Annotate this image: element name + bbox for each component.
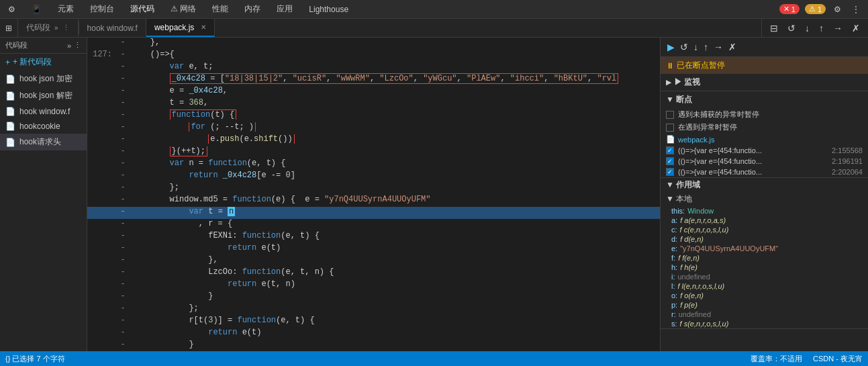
device-toggle-btn[interactable]: 📱	[29, 5, 44, 14]
deactivate-bp-btn[interactable]: ✗	[727, 40, 738, 54]
bp-text-0: (()=>{var e={454:functio...	[678, 146, 828, 154]
snippets-menu-icon[interactable]: ⋮	[62, 24, 70, 32]
line-dash: -	[117, 74, 128, 86]
code-row: - fEXNi: function(e, t) {	[87, 231, 660, 243]
tab-elements[interactable]: 元素	[55, 3, 77, 15]
bp-checkbox-exception[interactable]	[666, 124, 674, 132]
top-toolbar: ⚙ 📱 元素 控制台 源代码 ⚠ 网络 性能 内存 应用 Lighthouse …	[0, 0, 868, 19]
bp-check-mark-2: ✓	[667, 169, 673, 175]
bp-check-0[interactable]: ✓	[666, 146, 674, 154]
bp-check-1[interactable]: ✓	[666, 157, 674, 165]
more-btn[interactable]: ⋮	[849, 5, 863, 14]
bp-text-1: (()=>{var e={454:functio...	[678, 157, 828, 165]
tab-network[interactable]: ⚠ 网络	[168, 3, 199, 15]
webpack-js-close-icon[interactable]: ✕	[201, 24, 206, 31]
scope-key-s: s:	[671, 320, 677, 328]
file-icon-hook-window-f: 📄	[5, 107, 15, 116]
line-content: var e, t;	[128, 62, 660, 74]
tab-snippets[interactable]: 代码段 » ⋮	[18, 19, 79, 37]
status-bar: {} 已选择 7 个字符 覆盖率：不适用 CSDN - 夜无宵	[0, 351, 868, 366]
bp-item-1[interactable]: ✓ (()=>{var e={454:functio... 2:196191	[661, 156, 868, 167]
step-in-btn[interactable]: →	[830, 21, 845, 35]
line-number	[87, 243, 117, 255]
file-icon-hook-json-enc: 📄	[5, 75, 15, 84]
step-over-btn[interactable]: ↺	[679, 40, 689, 54]
breakpoints-header[interactable]: ▼ 断点	[661, 91, 868, 108]
tab-lighthouse[interactable]: Lighthouse	[306, 5, 351, 14]
scope-val-h: f h(e)	[680, 263, 697, 271]
tab-sources[interactable]: 源代码	[128, 3, 157, 15]
bp-item-0[interactable]: ✓ (()=>{var e={454:functio... 2:155568	[661, 145, 868, 156]
step-up-btn[interactable]: ↑	[816, 21, 826, 35]
tab-performance[interactable]: 性能	[209, 3, 231, 15]
line-content: };	[128, 304, 660, 316]
snippets-more-icon[interactable]: »	[54, 24, 58, 32]
scope-header[interactable]: ▼ 作用域	[661, 178, 868, 192]
file-icon-hookcookie: 📄	[5, 122, 15, 131]
line-content: }	[128, 291, 660, 304]
line-number	[87, 38, 117, 50]
code-row: - };	[87, 183, 660, 195]
tab-application[interactable]: 应用	[274, 3, 295, 15]
paused-icon: ⏸	[666, 61, 674, 71]
sidebar-toggle-btn[interactable]: ⊞	[0, 19, 18, 37]
code-row-highlighted: - var t = n	[87, 207, 660, 219]
code-editor[interactable]: - }, 127: - ()=>{ - var e, t; -	[87, 38, 660, 351]
code-row: - _0x4c28 = ["18|38|15|2", "ucisR", "wWw…	[87, 74, 660, 86]
code-row: - }	[87, 291, 660, 304]
line-content: return e(t, n)	[128, 279, 660, 291]
step-over-btn[interactable]: ↓	[802, 21, 812, 35]
bp-item-2[interactable]: ✓ (()=>{var e={454:functio... 2:202064	[661, 167, 868, 177]
file-item-hook-request[interactable]: 📄 hook请求头	[0, 134, 87, 150]
watch-section-header[interactable]: ▶ ▶ 监视	[661, 74, 868, 91]
sidebar-more-icon[interactable]: »	[67, 42, 71, 50]
line-number	[87, 195, 117, 207]
line-number: 127:	[87, 50, 117, 62]
scope-var-a: a: f a(e,n,r,o,a,s)	[661, 216, 868, 225]
tab-webpack-js[interactable]: webpack.js ✕	[146, 19, 215, 37]
bp-check-2[interactable]: ✓	[666, 168, 674, 176]
scope-key-this: this:	[671, 207, 685, 215]
devtools-icon-btn[interactable]: ⚙	[5, 5, 18, 14]
scope-val-a: f a(e,n,r,o,a,s)	[680, 216, 726, 224]
bp-checkbox-uncaught[interactable]	[666, 111, 674, 119]
tab-memory[interactable]: 内存	[242, 3, 263, 15]
step-btn[interactable]: →	[712, 40, 724, 54]
main-layout: 代码段 » ⋮ + + 新代码段 📄 hook json 加密 📄 hook j…	[0, 38, 868, 351]
warn-badge[interactable]: ⚠ 1	[805, 4, 826, 14]
split-editor-btn[interactable]: ⊟	[767, 21, 781, 35]
file-item-hook-json-enc[interactable]: 📄 hook json 加密	[0, 71, 87, 87]
add-snippet-btn[interactable]: + + 新代码段	[0, 54, 87, 71]
line-content: };	[128, 183, 660, 195]
second-toolbar: ⊞ 代码段 » ⋮ hook window.f webpack.js ✕ ⊟ ↺…	[0, 19, 868, 38]
file-item-hook-json-dec[interactable]: 📄 hook json 解密	[0, 87, 87, 104]
bp-option-uncaught: 遇到未捕获的异常时暂停	[661, 108, 868, 121]
file-item-hookcookie[interactable]: 📄 hookcookie	[0, 119, 87, 134]
scope-var-p: p: f p(e)	[661, 300, 868, 310]
line-number	[87, 279, 117, 291]
error-icon: ✕	[783, 5, 789, 13]
line-content: for (; --t; )	[128, 122, 660, 134]
tab-hook-window-f[interactable]: hook window.f	[79, 19, 146, 37]
scope-key-f: f:	[671, 254, 675, 262]
step-into-btn[interactable]: ↓	[692, 40, 700, 54]
tab-console[interactable]: 控制台	[87, 3, 117, 15]
resume-btn[interactable]: ▶	[666, 40, 676, 54]
line-content: },	[128, 38, 660, 50]
step-out-btn[interactable]: ↑	[702, 40, 710, 54]
file-list: 📄 hook json 加密 📄 hook json 解密 📄 hook win…	[0, 71, 87, 351]
sidebar-menu-icon[interactable]: ⋮	[74, 41, 81, 50]
line-number	[87, 304, 117, 316]
settings-btn[interactable]: ⚙	[831, 5, 844, 14]
error-badge[interactable]: ✕ 1	[779, 4, 800, 14]
line-dash: -	[117, 62, 128, 74]
file-name-hook-request: hook请求头	[19, 136, 61, 148]
bp-file-group: 📄 webpack.js	[661, 134, 868, 145]
deactivate-btn[interactable]: ✗	[849, 21, 863, 35]
file-icon-hook-request: 📄	[5, 138, 15, 147]
local-header[interactable]: ▼ 本地	[661, 192, 868, 206]
csdn-label: CSDN - 夜无宵	[813, 354, 863, 364]
file-item-hook-window-f[interactable]: 📄 hook window.f	[0, 104, 87, 119]
refresh-btn[interactable]: ↺	[785, 21, 798, 35]
line-number	[87, 134, 117, 146]
